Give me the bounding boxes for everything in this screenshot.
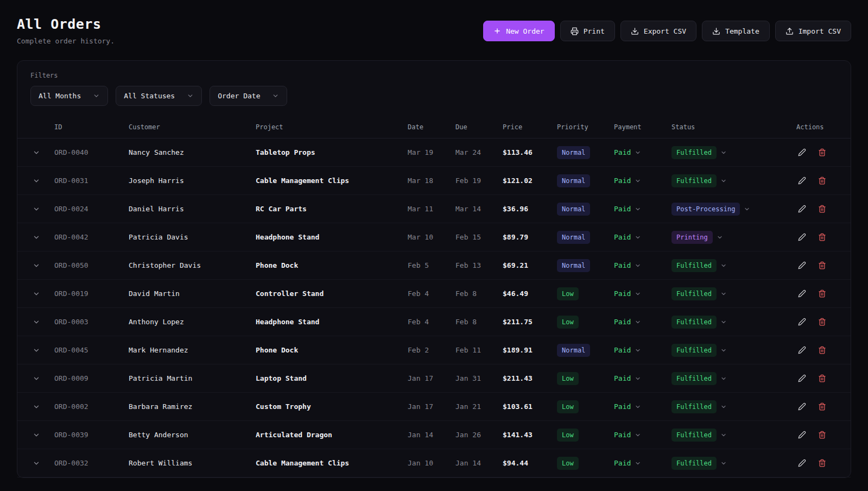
delete-button[interactable] xyxy=(816,203,828,215)
print-button[interactable]: Print xyxy=(560,21,615,41)
template-button[interactable]: Template xyxy=(702,21,770,41)
trash-icon xyxy=(818,205,826,213)
download-icon xyxy=(631,27,639,35)
payment-dropdown[interactable]: Paid xyxy=(614,318,641,326)
trash-icon xyxy=(818,459,826,467)
status-dropdown[interactable]: Fulfilled xyxy=(671,372,727,385)
delete-button[interactable] xyxy=(816,429,828,440)
delete-button[interactable] xyxy=(816,457,828,469)
priority-badge: Normal xyxy=(557,203,590,216)
header-date: Date xyxy=(408,123,455,131)
edit-button[interactable] xyxy=(796,231,808,243)
status-dropdown[interactable]: Fulfilled xyxy=(671,344,727,357)
chevron-down-icon xyxy=(272,92,279,99)
delete-button[interactable] xyxy=(816,175,828,186)
download-icon xyxy=(712,27,720,35)
payment-dropdown[interactable]: Paid xyxy=(614,177,641,185)
payment-dropdown[interactable]: Paid xyxy=(614,289,641,298)
payment-dropdown[interactable]: Paid xyxy=(614,431,641,439)
status-dropdown[interactable]: Fulfilled xyxy=(671,429,727,442)
status-badge: Fulfilled xyxy=(671,372,717,385)
delete-button[interactable] xyxy=(816,344,828,356)
priority-badge: Normal xyxy=(557,344,590,357)
table-row: ORD-0042 Patricia Davis Headphone Stand … xyxy=(17,223,851,251)
payment-dropdown[interactable]: Paid xyxy=(614,148,641,156)
due-date: Mar 24 xyxy=(455,148,503,156)
delete-button[interactable] xyxy=(816,401,828,412)
payment-value: Paid xyxy=(614,177,631,185)
payment-dropdown[interactable]: Paid xyxy=(614,233,641,241)
row-expand-chevron-icon[interactable] xyxy=(30,316,42,328)
status-badge: Printing xyxy=(671,231,713,244)
delete-button[interactable] xyxy=(816,373,828,384)
row-expand-chevron-icon[interactable] xyxy=(30,373,42,385)
status-dropdown[interactable]: Fulfilled xyxy=(671,259,727,272)
order-date: Jan 10 xyxy=(408,459,455,467)
order-price: $46.49 xyxy=(503,289,557,298)
delete-button[interactable] xyxy=(816,231,828,243)
row-expand-chevron-icon[interactable] xyxy=(30,260,42,272)
status-dropdown[interactable]: Fulfilled xyxy=(671,287,727,300)
order-date: Feb 4 xyxy=(408,289,455,298)
project-name: RC Car Parts xyxy=(256,205,408,213)
row-expand-chevron-icon[interactable] xyxy=(30,203,42,215)
pencil-icon xyxy=(798,148,806,156)
order-date: Mar 19 xyxy=(408,148,455,156)
row-expand-chevron-icon[interactable] xyxy=(30,147,42,159)
edit-button[interactable] xyxy=(796,260,808,271)
payment-dropdown[interactable]: Paid xyxy=(614,459,641,467)
payment-dropdown[interactable]: Paid xyxy=(614,402,641,411)
edit-button[interactable] xyxy=(796,457,808,469)
row-expand-chevron-icon[interactable] xyxy=(30,344,42,356)
row-expand-chevron-icon[interactable] xyxy=(30,457,42,469)
due-date: Feb 13 xyxy=(455,261,503,269)
edit-button[interactable] xyxy=(796,401,808,412)
edit-button[interactable] xyxy=(796,175,808,186)
payment-dropdown[interactable]: Paid xyxy=(614,205,641,213)
chevron-down-icon xyxy=(635,149,641,156)
trash-icon xyxy=(818,261,826,269)
delete-button[interactable] xyxy=(816,147,828,158)
payment-dropdown[interactable]: Paid xyxy=(614,374,641,382)
row-expand-chevron-icon[interactable] xyxy=(30,231,42,243)
sort-filter-dropdown[interactable]: Order Date xyxy=(210,86,287,106)
page-header: All Orders Complete order history. New O… xyxy=(0,0,868,45)
edit-button[interactable] xyxy=(796,344,808,356)
delete-button[interactable] xyxy=(816,288,828,299)
status-dropdown[interactable]: Fulfilled xyxy=(671,146,727,159)
edit-button[interactable] xyxy=(796,429,808,440)
pencil-icon xyxy=(798,346,806,354)
status-dropdown[interactable]: Fulfilled xyxy=(671,316,727,329)
status-filter-dropdown[interactable]: All Statuses xyxy=(116,86,202,106)
row-expand-chevron-icon[interactable] xyxy=(30,288,42,300)
status-dropdown[interactable]: Printing xyxy=(671,231,723,244)
edit-button[interactable] xyxy=(796,203,808,215)
status-dropdown[interactable]: Post-Processing xyxy=(671,203,750,216)
export-csv-button[interactable]: Export CSV xyxy=(620,21,696,41)
edit-button[interactable] xyxy=(796,316,808,328)
table-header: ID Customer Project Date Due Price Prior… xyxy=(17,116,851,139)
due-date: Mar 14 xyxy=(455,205,503,213)
status-dropdown[interactable]: Fulfilled xyxy=(671,457,727,470)
project-name: Phone Dock xyxy=(256,261,408,269)
edit-button[interactable] xyxy=(796,373,808,384)
row-expand-chevron-icon[interactable] xyxy=(30,401,42,413)
payment-value: Paid xyxy=(614,318,631,326)
delete-button[interactable] xyxy=(816,316,828,328)
delete-button[interactable] xyxy=(816,260,828,271)
edit-button[interactable] xyxy=(796,147,808,158)
status-badge: Fulfilled xyxy=(671,174,717,187)
import-csv-button[interactable]: Import CSV xyxy=(775,21,851,41)
row-expand-chevron-icon[interactable] xyxy=(30,429,42,441)
chevron-down-icon xyxy=(635,234,641,241)
new-order-button[interactable]: New Order xyxy=(483,21,554,41)
status-dropdown[interactable]: Fulfilled xyxy=(671,400,727,413)
edit-button[interactable] xyxy=(796,288,808,299)
month-filter-dropdown[interactable]: All Months xyxy=(30,86,108,106)
payment-dropdown[interactable]: Paid xyxy=(614,346,641,354)
status-dropdown[interactable]: Fulfilled xyxy=(671,174,727,187)
table-row: ORD-0040 Nancy Sanchez Tabletop Props Ma… xyxy=(17,139,851,167)
row-expand-chevron-icon[interactable] xyxy=(30,175,42,187)
status-badge: Fulfilled xyxy=(671,316,717,329)
payment-dropdown[interactable]: Paid xyxy=(614,261,641,269)
